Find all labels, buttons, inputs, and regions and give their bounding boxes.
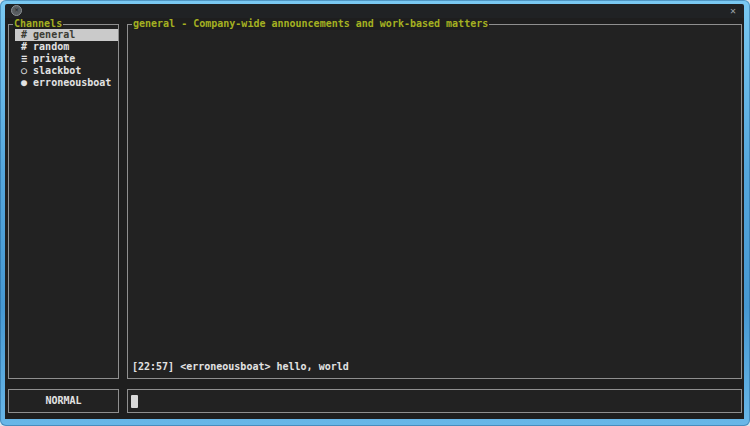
channels-panel: Channels # general # random ≡ private ○ … [8,24,119,379]
text-cursor [131,395,138,408]
sidebar-item-general[interactable]: # general [9,29,118,41]
private-group-icon-and-label: ≡ private [9,53,75,64]
window-menu-icon[interactable]: ✕ [11,5,22,16]
app-window: ✕ ✕ Channels # general # random ≡ privat… [0,0,750,426]
messages-panel-title: general - Company-wide announcements and… [132,18,489,30]
message-input[interactable] [127,389,742,413]
sidebar-item-random[interactable]: # random [9,41,118,53]
presence-online-icon-and-label: ● erroneousboat [9,77,111,88]
channel-hash-icon-and-label: # random [9,41,69,52]
close-icon[interactable]: ✕ [730,5,736,17]
sidebar-item-slackbot[interactable]: ○ slackbot [9,65,118,77]
mode-indicator-panel: NORMAL [8,389,119,413]
channel-hash-icon-and-label: # general [9,29,75,40]
messages-panel[interactable]: general - Company-wide announcements and… [127,24,742,379]
mode-label: NORMAL [45,395,81,407]
sidebar-item-erroneousboat[interactable]: ● erroneousboat [9,77,118,89]
channel-list[interactable]: # general # random ≡ private ○ slackbot … [9,29,118,89]
sidebar-item-private[interactable]: ≡ private [9,53,118,65]
terminal-screen: Channels # general # random ≡ private ○ … [5,18,744,419]
chat-message: [22:57] <erroneousboat> hello, world [132,361,737,373]
presence-offline-icon-and-label: ○ slackbot [9,65,81,76]
window-titlebar[interactable]: ✕ ✕ [5,4,744,18]
message-list: [22:57] <erroneousboat> hello, world [132,361,737,373]
